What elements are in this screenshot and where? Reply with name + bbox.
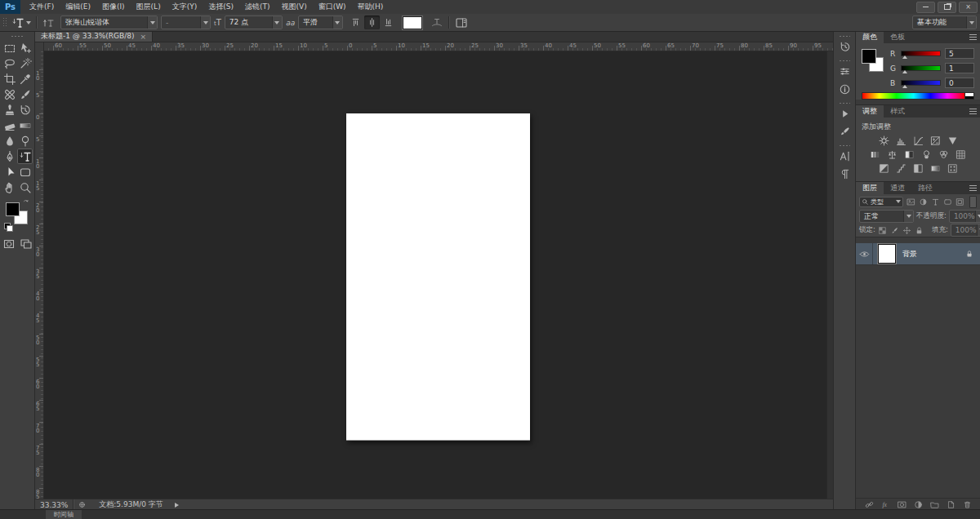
menu-item[interactable]: 文字(Y): [167, 0, 203, 14]
toggle-text-orientation-button[interactable]: [41, 16, 57, 30]
channel-slider[interactable]: [901, 51, 941, 56]
gradient-tool[interactable]: [17, 118, 33, 133]
invert-button[interactable]: [878, 163, 890, 174]
screen-mode-button[interactable]: [18, 236, 33, 251]
options-bar-grip[interactable]: [2, 17, 7, 28]
font-family-select[interactable]: 张海山锐谐体: [60, 16, 158, 29]
timeline-panel-tab[interactable]: 时间轴: [46, 510, 82, 519]
channel-value-field[interactable]: 5: [945, 48, 974, 59]
dropdown-button[interactable]: [903, 211, 913, 222]
dropdown-button[interactable]: [332, 16, 342, 29]
threshold-button[interactable]: [912, 163, 924, 174]
dock-grip[interactable]: [839, 144, 850, 147]
add-mask-button[interactable]: [898, 500, 906, 509]
adjustments-panel-tab[interactable]: 样式: [884, 105, 911, 118]
actions-panel-button[interactable]: [836, 107, 853, 123]
info-panel-button[interactable]: [836, 82, 853, 99]
layers-panel-tab[interactable]: 通道: [884, 182, 911, 194]
kind-smartobject-icon[interactable]: [955, 197, 965, 207]
panel-menu-icon[interactable]: [969, 109, 977, 114]
dropdown-button[interactable]: [966, 16, 976, 29]
foreground-color-swatch[interactable]: [6, 202, 20, 216]
posterize-button[interactable]: [895, 163, 907, 174]
photo-filter-button[interactable]: [920, 149, 933, 160]
slider-thumb-icon[interactable]: [902, 55, 907, 59]
dock-grip[interactable]: [839, 102, 850, 104]
history-panel-button[interactable]: [836, 40, 853, 56]
dropdown-button[interactable]: [200, 16, 210, 29]
paragraph-panel-button[interactable]: [836, 167, 853, 184]
dodge-tool[interactable]: [17, 133, 33, 149]
rectangular-marquee-tool[interactable]: [2, 40, 17, 55]
hue-saturation-button[interactable]: [869, 149, 881, 160]
panel-menu-icon[interactable]: [969, 185, 977, 191]
curves-button[interactable]: [912, 135, 924, 146]
type-tool[interactable]: [17, 149, 33, 164]
layer-row[interactable]: 背景: [856, 243, 980, 265]
lock-all-button[interactable]: [915, 225, 924, 235]
shape-tool[interactable]: [17, 164, 33, 180]
layer-style-button[interactable]: fx: [881, 500, 890, 509]
dropdown-button[interactable]: [975, 211, 980, 222]
selective-color-button[interactable]: [947, 163, 959, 174]
blur-tool[interactable]: [2, 133, 17, 149]
align-bottom-button[interactable]: [381, 16, 396, 29]
lasso-tool[interactable]: [2, 55, 17, 71]
brush-tool[interactable]: [17, 86, 33, 102]
lock-transparency-button[interactable]: [878, 225, 888, 235]
align-center-button[interactable]: [364, 16, 380, 29]
dock-grip[interactable]: [839, 35, 850, 38]
properties-panel-button[interactable]: [836, 64, 853, 81]
zoom-tool[interactable]: [17, 180, 33, 195]
warp-text-button[interactable]: [429, 16, 445, 30]
history-brush-tool[interactable]: [17, 102, 33, 118]
menu-item[interactable]: 窗口(W): [313, 0, 352, 14]
panel-menu-icon[interactable]: [969, 34, 977, 40]
menu-item[interactable]: 帮助(H): [352, 0, 390, 14]
eraser-tool[interactable]: [2, 118, 17, 133]
slider-thumb-icon[interactable]: [902, 85, 907, 88]
text-color-swatch[interactable]: [403, 16, 422, 29]
delete-layer-button[interactable]: [963, 500, 972, 509]
align-top-button[interactable]: [348, 16, 363, 29]
anti-alias-select[interactable]: 平滑: [298, 16, 343, 29]
new-group-button[interactable]: [930, 500, 939, 509]
menu-item[interactable]: 滤镜(T): [239, 0, 276, 14]
dropdown-button[interactable]: [977, 224, 980, 236]
layers-panel-tab[interactable]: 路径: [911, 182, 939, 194]
menu-item[interactable]: 图层(L): [131, 0, 167, 14]
canvas-viewport[interactable]: [44, 51, 833, 499]
quick-mask-button[interactable]: [1, 236, 16, 251]
workspace-switcher[interactable]: 基本功能: [912, 16, 977, 29]
path-selection-tool[interactable]: [2, 164, 17, 180]
color-balance-button[interactable]: [886, 149, 898, 160]
black-white-button[interactable]: [903, 149, 915, 160]
slider-thumb-icon[interactable]: [902, 70, 907, 73]
blend-mode-select[interactable]: 正常: [859, 210, 914, 223]
layers-panel-tab[interactable]: 图层: [856, 182, 884, 194]
toggle-panels-button[interactable]: [453, 16, 470, 30]
lock-pixels-button[interactable]: [890, 225, 900, 235]
levels-button[interactable]: [895, 135, 907, 146]
visibility-toggle[interactable]: [856, 243, 873, 264]
vertical-scrollbar[interactable]: [826, 51, 833, 499]
document-tab[interactable]: 未标题-1 @ 33.3%(RGB/8) ×: [35, 31, 153, 42]
crop-tool[interactable]: [2, 71, 17, 86]
channel-value-field[interactable]: 1: [945, 63, 974, 73]
dropdown-button[interactable]: [147, 16, 157, 29]
panel-foreground-swatch[interactable]: [862, 49, 876, 64]
channel-slider[interactable]: [901, 65, 941, 71]
tools-panel-grip[interactable]: [11, 35, 24, 38]
exposure-button[interactable]: [929, 135, 942, 146]
fill-select[interactable]: 100%: [951, 224, 980, 237]
tool-preset-picker[interactable]: [10, 16, 33, 30]
healing-brush-tool[interactable]: [2, 86, 17, 102]
color-lookup-button[interactable]: [955, 149, 967, 160]
menu-item[interactable]: 视图(V): [275, 0, 312, 14]
document-canvas[interactable]: [346, 113, 530, 441]
menu-item[interactable]: 编辑(E): [60, 0, 96, 14]
vibrance-button[interactable]: [947, 135, 959, 146]
default-colors-icon[interactable]: [4, 223, 12, 230]
document-tab-close-icon[interactable]: ×: [140, 33, 146, 41]
filter-toggle-switch[interactable]: [969, 196, 977, 208]
